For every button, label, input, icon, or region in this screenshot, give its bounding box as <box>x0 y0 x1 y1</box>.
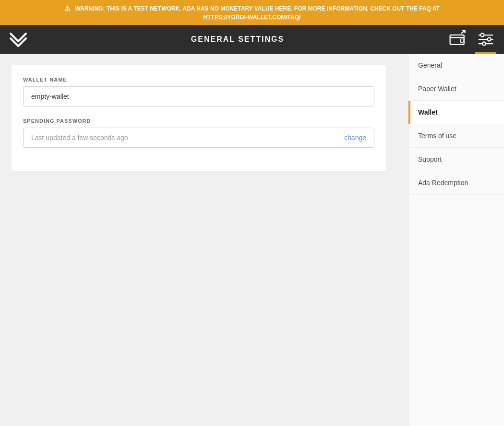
wallet-name-group: WALLET NAME <box>23 77 374 106</box>
sidebar: General Paper Wallet Wallet Terms of use… <box>408 54 504 426</box>
wallet-export-icon <box>448 30 468 49</box>
spending-password-field: Last updated a few seconds ago change <box>23 128 374 148</box>
settings-card: WALLET NAME SPENDING PASSWORD Last updat… <box>12 65 386 171</box>
settings-button-container <box>475 29 496 50</box>
wallet-action-button[interactable] <box>446 28 469 51</box>
yoroi-logo-icon <box>8 29 29 50</box>
header-actions <box>446 28 496 51</box>
sidebar-item-terms-of-use[interactable]: Terms of use <box>408 124 504 148</box>
sidebar-label-terms-of-use: Terms of use <box>418 132 456 140</box>
sidebar-label-paper-wallet: Paper Wallet <box>418 85 456 93</box>
sidebar-label-ada-redemption: Ada Redemption <box>418 179 468 187</box>
sidebar-label-wallet: Wallet <box>418 108 438 116</box>
warning-text: WARNING: THIS IS A TEST NETWORK. ADA HAS… <box>75 5 440 12</box>
svg-rect-1 <box>460 39 463 42</box>
spending-password-label: SPENDING PASSWORD <box>23 118 374 124</box>
sidebar-item-ada-redemption[interactable]: Ada Redemption <box>408 171 504 195</box>
svg-point-8 <box>482 42 486 46</box>
settings-button[interactable] <box>475 29 496 50</box>
wallet-name-label: WALLET NAME <box>23 77 374 83</box>
warning-banner: ⚠ WARNING: THIS IS A TEST NETWORK. ADA H… <box>0 0 504 25</box>
page-title: GENERAL SETTINGS <box>191 35 284 44</box>
sidebar-item-support[interactable]: Support <box>408 148 504 171</box>
svg-point-6 <box>488 38 491 41</box>
svg-point-4 <box>480 34 484 37</box>
sidebar-label-general: General <box>418 61 442 69</box>
sidebar-item-paper-wallet[interactable]: Paper Wallet <box>408 77 504 101</box>
settings-icon <box>477 31 494 48</box>
spending-password-status: Last updated a few seconds ago <box>31 134 128 142</box>
svg-rect-0 <box>450 35 464 45</box>
change-password-button[interactable]: change <box>344 134 366 142</box>
spending-password-group: SPENDING PASSWORD Last updated a few sec… <box>23 118 374 148</box>
content-area: WALLET NAME SPENDING PASSWORD Last updat… <box>0 54 408 426</box>
sidebar-label-support: Support <box>418 155 442 163</box>
main-layout: WALLET NAME SPENDING PASSWORD Last updat… <box>0 54 504 426</box>
sidebar-item-general[interactable]: General <box>408 54 504 77</box>
sidebar-item-wallet[interactable]: Wallet <box>408 101 504 124</box>
app-logo <box>8 29 29 50</box>
warning-link[interactable]: HTTPS://YOROI-WALLET.COM/FAQ/ <box>8 13 496 22</box>
header: GENERAL SETTINGS <box>0 25 504 54</box>
warning-icon: ⚠ <box>64 4 71 13</box>
wallet-name-input[interactable] <box>23 86 374 106</box>
